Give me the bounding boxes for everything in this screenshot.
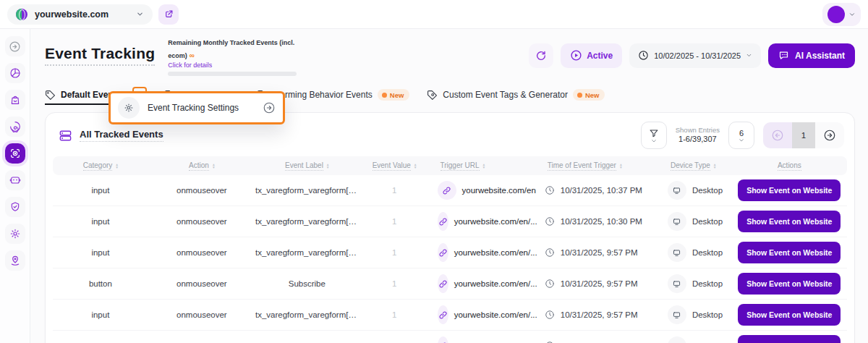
user-menu[interactable]: [822, 3, 861, 26]
column-header[interactable]: Device Type: [671, 161, 710, 171]
remaining-events-widget: Remaining Monthly Tracked Events (incl. …: [168, 35, 297, 76]
column-header[interactable]: Category: [83, 161, 113, 171]
cell-device: Desktop: [660, 181, 732, 200]
table-row: button onmouseover Subscribe 1 yourwebsi…: [53, 331, 847, 343]
sidebar-item-ecommerce[interactable]: [5, 90, 25, 110]
sidebar-item-privacy[interactable]: [5, 197, 25, 217]
tracking-status-toggle[interactable]: Active: [561, 43, 622, 68]
prev-page-button[interactable]: [763, 122, 792, 148]
remaining-events-progress-bar: [168, 72, 297, 76]
sidebar-item-visitors[interactable]: [5, 250, 25, 271]
column-header[interactable]: Action: [189, 161, 209, 171]
date-range-label: 10/02/2025 - 10/31/2025: [654, 51, 741, 60]
table-row: button onmouseover Subscribe 1 yourwebsi…: [53, 268, 847, 300]
cell-trigger-url[interactable]: yourwebsite.com/en/...: [430, 336, 537, 343]
new-badge: New: [573, 89, 605, 101]
site-selector[interactable]: yourwebsite.com: [7, 4, 153, 25]
table-row: input onmouseover tx_varegform_varegform…: [53, 300, 847, 331]
cell-trigger-url[interactable]: yourwebsite.com/en/...: [430, 243, 537, 262]
sidebar-item-collapse[interactable]: [5, 36, 25, 56]
tab-label: Alarming Behavior Events: [273, 90, 373, 100]
column-header[interactable]: Trigger URL: [441, 161, 480, 171]
page-size-value: 6: [739, 129, 744, 137]
gear-icon: [9, 228, 21, 240]
column-header[interactable]: Actions: [778, 161, 801, 171]
sidebar-item-ai-chat[interactable]: [5, 170, 25, 190]
table-title: All Tracked Events: [80, 129, 163, 142]
monitor-icon: [668, 305, 686, 324]
gear-icon: [118, 97, 140, 119]
sort-icon[interactable]: ▴▾: [327, 163, 329, 169]
sidebar-item-settings[interactable]: [5, 224, 25, 244]
remaining-events-label: Remaining Monthly Tracked Events (incl. …: [168, 39, 294, 59]
cell-time: 10/31/2025, 10:37 PM: [537, 185, 660, 195]
ai-assistant-button[interactable]: AI Assistant: [768, 43, 855, 68]
app-root: yourwebsite.com: [0, 0, 868, 343]
cell-event-label: tx_varegform_varegform[em...: [255, 248, 359, 257]
column-header[interactable]: Event Label: [285, 161, 323, 171]
cell-action: onmouseover: [148, 248, 255, 257]
event-tracking-settings-menu-item[interactable]: Event Tracking Settings: [109, 91, 285, 124]
show-event-button[interactable]: Show Event on Website: [738, 335, 841, 343]
next-page-button[interactable]: [815, 122, 844, 148]
show-event-button[interactable]: Show Event on Website: [738, 211, 841, 232]
link-icon: [438, 212, 448, 231]
show-event-button[interactable]: Show Event on Website: [738, 273, 841, 295]
sidebar-item-analytics[interactable]: [5, 63, 25, 83]
sidebar-item-event-tracking[interactable]: [5, 143, 25, 164]
monitor-icon: [668, 212, 686, 231]
tag-gear-icon: [427, 90, 438, 101]
current-page[interactable]: 1: [792, 122, 815, 148]
sort-icon[interactable]: ▴▾: [213, 163, 215, 169]
clock-icon: [638, 50, 649, 61]
sort-icon[interactable]: ▴▾: [116, 163, 118, 169]
cell-event-value: 1: [359, 279, 430, 288]
column-header[interactable]: Event Value: [373, 161, 411, 171]
cell-trigger-url[interactable]: yourwebsite.com/en: [430, 181, 537, 200]
filter-button[interactable]: [641, 122, 667, 149]
page-title: Event Tracking: [45, 45, 155, 66]
site-selector-label: yourwebsite.com: [35, 9, 109, 20]
cell-time: 10/31/2025, 10:30 PM: [537, 216, 660, 226]
click-for-details-link[interactable]: Click for details: [168, 62, 297, 69]
link-icon: [438, 181, 456, 200]
sort-icon[interactable]: ▴▾: [483, 163, 485, 169]
chevron-down-icon: [651, 139, 657, 143]
cell-trigger-url[interactable]: yourwebsite.com/en/...: [430, 305, 537, 324]
open-website-button[interactable]: [158, 4, 179, 25]
clock-icon: [545, 247, 555, 258]
refresh-icon: [535, 50, 547, 62]
cell-trigger-url[interactable]: yourwebsite.com/en/...: [430, 212, 537, 231]
tab-custom-event-tags-generator[interactable]: Custom Event Tags & Generator New: [427, 85, 605, 105]
sort-icon[interactable]: ▴▾: [714, 163, 716, 169]
show-event-button[interactable]: Show Event on Website: [738, 242, 841, 263]
clock-icon: [545, 185, 555, 195]
chevron-down-icon: [136, 10, 144, 18]
table-card-header: All Tracked Events Shown Entries 1-6/39,…: [53, 122, 847, 156]
link-icon: [438, 305, 448, 324]
cell-time: 10/31/2025, 9:57 PM: [537, 247, 660, 258]
table-row: input onmouseover tx_varegform_varegform…: [53, 237, 847, 268]
column-header[interactable]: Time of Event Trigger: [548, 161, 616, 171]
page-size-select[interactable]: 6: [728, 122, 754, 149]
monitor-icon: [668, 336, 686, 343]
show-event-button[interactable]: Show Event on Website: [738, 179, 841, 201]
sort-icon[interactable]: ▴▾: [620, 163, 622, 169]
cell-device: Desktop: [660, 212, 732, 231]
link-icon: [438, 336, 448, 343]
show-event-button[interactable]: Show Event on Website: [738, 304, 841, 326]
cell-device: Desktop: [660, 243, 732, 262]
chat-icon: [778, 50, 789, 61]
cell-category: input: [53, 186, 148, 195]
spiral-icon: [9, 121, 21, 132]
cell-trigger-url[interactable]: yourwebsite.com/en/...: [430, 274, 537, 293]
play-circle-icon: [570, 49, 582, 62]
date-range-picker[interactable]: 10/02/2025 - 10/31/2025: [629, 43, 761, 68]
monitor-icon: [668, 274, 686, 293]
sidebar-item-sessions[interactable]: [5, 117, 25, 137]
badge-dot-icon: [382, 93, 387, 98]
sort-icon[interactable]: ▴▾: [414, 163, 417, 169]
table-body: input onmouseover tx_varegform_varegform…: [53, 175, 847, 343]
refresh-button[interactable]: [529, 43, 553, 68]
arrow-circle-right-icon: [263, 101, 276, 114]
